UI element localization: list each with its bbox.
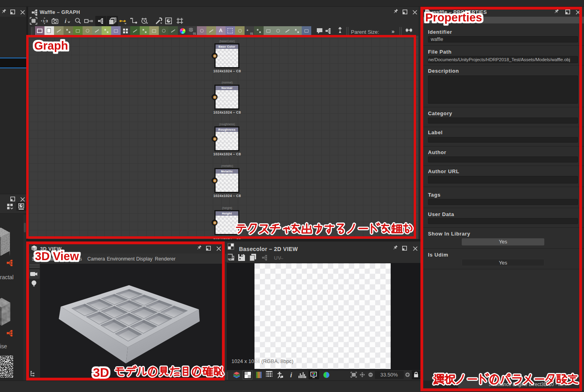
svg-text:Graph: Graph <box>34 39 68 52</box>
svg-text:Properties: Properties <box>425 11 482 24</box>
svg-text:3D View: 3D View <box>35 250 79 263</box>
svg-text:3D: 3D <box>93 365 109 380</box>
